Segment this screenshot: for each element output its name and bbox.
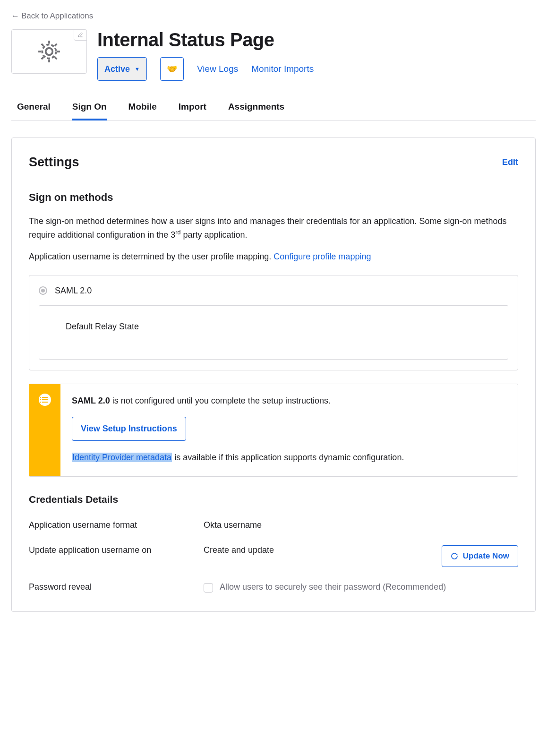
view-setup-instructions-button[interactable]: View Setup Instructions xyxy=(72,417,186,441)
update-on-label: Update application username on xyxy=(29,545,204,555)
sign-on-description-1: The sign-on method determines how a user… xyxy=(29,215,518,242)
monitor-imports-link[interactable]: Monitor Imports xyxy=(251,64,314,74)
svg-point-1 xyxy=(42,44,56,58)
alert-message: SAML 2.0 is not configured until you com… xyxy=(72,395,404,407)
credential-row-username-format: Application username format Okta usernam… xyxy=(29,520,518,530)
update-on-value: Create and update xyxy=(204,545,274,555)
relay-state-label: Default Relay State xyxy=(66,322,139,331)
tabs: General Sign On Mobile Import Assignment… xyxy=(11,96,536,120)
username-format-label: Application username format xyxy=(29,520,204,530)
saml-radio-label: SAML 2.0 xyxy=(55,286,92,296)
tab-mobile[interactable]: Mobile xyxy=(128,96,157,120)
setup-alert: SAML 2.0 is not configured until you com… xyxy=(29,384,518,477)
list-icon xyxy=(39,394,51,406)
relay-state-box: Default Relay State xyxy=(39,305,508,360)
gear-icon xyxy=(37,40,61,63)
tab-import[interactable]: Import xyxy=(179,96,206,120)
alert-bar xyxy=(29,384,60,476)
configure-profile-mapping-link[interactable]: Configure profile mapping xyxy=(274,252,371,261)
page-title: Internal Status Page xyxy=(97,29,536,51)
tab-assignments[interactable]: Assignments xyxy=(228,96,284,120)
status-label: Active xyxy=(104,64,130,74)
credential-row-update-on: Update application username on Create an… xyxy=(29,545,518,567)
back-to-applications-link[interactable]: ← Back to Applications xyxy=(11,11,93,21)
chevron-down-icon: ▼ xyxy=(135,66,140,72)
edit-logo-button[interactable] xyxy=(74,29,87,41)
activity-icon-button[interactable]: 🤝 xyxy=(160,57,184,81)
saml-radio[interactable] xyxy=(39,286,47,295)
credential-row-password-reveal: Password reveal Allow users to securely … xyxy=(29,582,518,593)
sign-on-method-box: SAML 2.0 Default Relay State xyxy=(29,275,518,370)
handshake-icon: 🤝 xyxy=(167,64,177,74)
password-reveal-checkbox-row[interactable]: Allow users to securely see their passwo… xyxy=(204,582,446,593)
edit-settings-link[interactable]: Edit xyxy=(502,157,518,167)
credentials-details-heading: Credentials Details xyxy=(29,494,518,505)
password-reveal-label: Password reveal xyxy=(29,582,204,592)
settings-panel: Settings Edit Sign on methods The sign-o… xyxy=(11,137,536,612)
sign-on-methods-heading: Sign on methods xyxy=(29,191,518,204)
back-label: Back to Applications xyxy=(21,11,93,21)
status-dropdown[interactable]: Active ▼ xyxy=(97,57,147,81)
refresh-icon xyxy=(451,552,458,560)
tab-general[interactable]: General xyxy=(17,96,51,120)
tab-sign-on[interactable]: Sign On xyxy=(72,96,107,120)
update-now-button[interactable]: Update Now xyxy=(442,545,518,567)
arrow-left-icon: ← xyxy=(11,11,19,21)
view-logs-link[interactable]: View Logs xyxy=(197,64,238,74)
password-reveal-checkbox[interactable] xyxy=(204,583,213,593)
pencil-icon xyxy=(77,32,83,38)
identity-provider-metadata-link[interactable]: Identity Provider metadata xyxy=(72,453,172,462)
password-reveal-checkbox-label: Allow users to securely see their passwo… xyxy=(220,582,446,592)
sign-on-description-2: Application username is determined by th… xyxy=(29,250,518,264)
app-logo xyxy=(11,29,87,74)
username-format-value: Okta username xyxy=(204,520,262,530)
svg-point-0 xyxy=(46,48,53,55)
idp-metadata-message: Identity Provider metadata is available … xyxy=(72,451,404,464)
settings-title: Settings xyxy=(29,155,79,170)
